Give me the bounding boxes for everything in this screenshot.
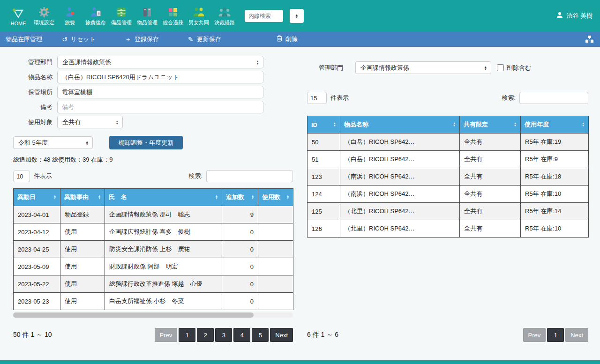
result-count: 6 件 1 ～ 6 [307, 331, 338, 339]
column-header[interactable]: 物品名称▲▼ [340, 116, 460, 134]
fiscal-year-select[interactable]: 令和 5年度 ▲▼ [13, 136, 93, 149]
page-button-next[interactable]: Next [270, 328, 293, 342]
column-header[interactable]: 異動事由▲▼ [60, 189, 105, 206]
pagination: Prev12345Next [153, 328, 293, 342]
nav-label: 旅費復命 [85, 19, 106, 26]
action-toolbar: 物品在庫管理 ↺ リセット ＋ 登録保存 ✎ 更新保存 削除 [0, 31, 600, 47]
update-save-button[interactable]: ✎ 更新保存 [188, 35, 221, 44]
table-row[interactable]: 2023-05-09使用財政課財政係 阿部 明宏0 [14, 258, 293, 275]
dept-filter-select[interactable]: 企画課情報政策係 ▲▼ [355, 61, 491, 74]
nav-item-equipment[interactable]: 備品管理 [111, 5, 132, 26]
nav-item-kessai[interactable]: 決裁経路 [214, 5, 235, 26]
table-row[interactable]: 51（白岳）RICOH SP642…全共有R5年 在庫:9 [308, 151, 589, 168]
dept-select[interactable]: 企画課情報政策係 ▲▼ [57, 56, 263, 68]
include-deleted-checkbox[interactable] [497, 64, 504, 71]
extension-search-stepper[interactable]: ▲▼ [290, 9, 304, 23]
table-row[interactable]: 50（白岳）RICOH SP642…全共有R5年 在庫:19 [308, 134, 589, 151]
column-header[interactable]: 使用年度▲▼ [521, 116, 589, 134]
page-button-3[interactable]: 3 [215, 328, 232, 342]
table-row[interactable]: 126（北里）RICOH SP642…全共有R5年 在庫:10 [308, 220, 589, 238]
page-size-input[interactable] [13, 171, 30, 182]
sort-icon[interactable]: ▲▼ [286, 195, 289, 200]
column-header[interactable]: ID▲▼ [308, 116, 340, 134]
sort-icon[interactable]: ▲▼ [251, 195, 254, 200]
nav-label: 総合過疎 [163, 19, 183, 26]
usage-target-select[interactable]: 全共有 ▲▼ [57, 116, 123, 128]
nav-label: HOME [11, 21, 26, 26]
column-header[interactable]: 使用数▲▼ [258, 189, 293, 206]
page-button-next[interactable]: Next [565, 328, 588, 342]
page-button-1[interactable]: 1 [547, 328, 564, 342]
table-cell: R5年 在庫:9 [521, 151, 589, 168]
table-cell [258, 258, 293, 275]
register-save-button[interactable]: ＋ 登録保存 [125, 35, 159, 44]
table-cell: 使用 [60, 241, 105, 258]
table-cell: R5年 在庫:14 [521, 203, 589, 220]
page-button-1[interactable]: 1 [179, 328, 195, 342]
sort-icon[interactable]: ▲▼ [215, 195, 218, 200]
table-cell [258, 206, 293, 223]
page-button-prev[interactable]: Prev [523, 328, 546, 342]
search-label: 検索: [502, 94, 516, 102]
sort-icon[interactable]: ▲▼ [53, 195, 56, 200]
sort-icon[interactable]: ▲▼ [514, 122, 517, 127]
table-cell: 51 [308, 151, 340, 168]
delete-button[interactable]: 削除 [277, 35, 298, 44]
main-nav: HOME 環境設定 旅費 旅費復命 [8, 5, 235, 26]
color-grid-icon [167, 5, 179, 18]
table-cell: 126 [308, 220, 340, 238]
nav-item-sogo[interactable]: 総合過疎 [162, 5, 184, 26]
scrollbar-thumb[interactable] [13, 312, 254, 318]
detail-panel: 管理部門 企画課情報政策係 ▲▼ 物品名称 保管場所 備考 使用対象 全共有 ▲… [13, 56, 293, 318]
page-size-input[interactable] [307, 92, 327, 104]
table-row[interactable]: 2023-05-23使用白岳支所福祉係 小杉 冬菜0 [14, 293, 293, 310]
inventory-adjust-button[interactable]: 棚卸調整・年度更新 [109, 136, 183, 149]
nav-item-travel[interactable]: 旅費 [59, 5, 81, 26]
include-deleted-label: 削除含む [507, 64, 531, 72]
nav-item-danjo[interactable]: 男女共同 [188, 5, 210, 26]
table-row[interactable]: 125（北里）RICOH SP642…全共有R5年 在庫:14 [308, 203, 589, 220]
table-cell [258, 223, 293, 241]
item-search-input[interactable] [519, 92, 588, 104]
extension-search-input[interactable] [245, 10, 283, 22]
nav-item-goods[interactable]: 物品管理 [136, 5, 158, 26]
column-header[interactable]: 追加数▲▼ [222, 189, 258, 206]
table-cell: 総務課行政改革推進係 塚越 心優 [105, 275, 222, 293]
item-name-input[interactable] [57, 71, 263, 83]
table-row[interactable]: 2023-04-12使用企画課広報統計係 喜多 俊樹0 [14, 223, 293, 241]
remarks-input[interactable] [57, 101, 263, 113]
page-size-label: 件表示 [330, 94, 349, 102]
column-header[interactable]: 氏 名▲▼ [105, 189, 222, 206]
table-cell: 全共有 [460, 186, 521, 203]
sort-icon[interactable]: ▲▼ [98, 195, 101, 200]
table-row[interactable]: 2023-05-22使用総務課行政改革推進係 塚越 心優0 [14, 275, 293, 293]
nav-item-home[interactable]: HOME [8, 7, 29, 26]
nav-item-travel-report[interactable]: 旅費復命 [85, 5, 106, 26]
user-menu[interactable]: 渋谷 美樹 [556, 12, 592, 20]
table-cell: 2023-05-22 [14, 275, 60, 293]
column-header[interactable]: 共有限定▲▼ [460, 116, 521, 134]
page-button-4[interactable]: 4 [233, 328, 250, 342]
sort-icon[interactable]: ▲▼ [453, 122, 456, 127]
sort-icon[interactable]: ▲▼ [582, 122, 585, 127]
table-row[interactable]: 2023-04-25使用防災安全課消防係 上杉 廣祐0 [14, 241, 293, 258]
table-row[interactable]: 124（南浜）RICOH SP642…全共有R5年 在庫:10 [308, 186, 589, 203]
table-cell: 2023-04-25 [14, 241, 60, 258]
table-row[interactable]: 123（南浜）RICOH SP642…全共有R5年 在庫:18 [308, 168, 589, 186]
page-button-prev[interactable]: Prev [155, 328, 178, 342]
table-cell [258, 293, 293, 310]
remarks-label: 備考 [13, 103, 57, 111]
movement-search-input[interactable] [206, 170, 293, 182]
nav-item-settings[interactable]: 環境設定 [33, 5, 55, 26]
people-group-icon [218, 5, 231, 18]
column-header-label: 使用年度 [525, 120, 549, 129]
sitemap-icon[interactable] [585, 36, 593, 43]
user-name: 渋谷 美樹 [566, 12, 592, 20]
location-input[interactable] [57, 86, 263, 98]
table-row[interactable]: 2023-04-01物品登録企画課情報政策係 郡司 聡志9 [14, 206, 293, 223]
column-header[interactable]: 異動日▲▼ [14, 189, 60, 206]
page-button-5[interactable]: 5 [252, 328, 269, 342]
sort-icon[interactable]: ▲▼ [333, 122, 336, 127]
page-button-2[interactable]: 2 [197, 328, 214, 342]
reset-button[interactable]: ↺ リセット [62, 35, 96, 44]
